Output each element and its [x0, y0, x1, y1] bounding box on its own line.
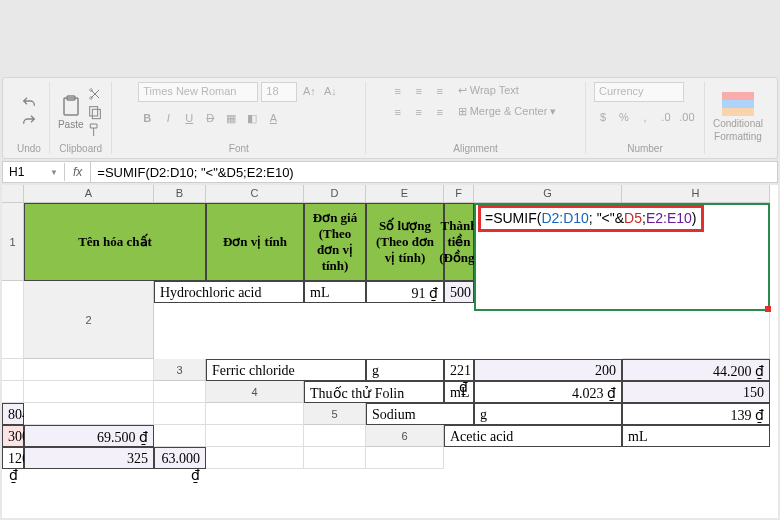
cell-name[interactable]: Acetic acid [444, 425, 622, 447]
grow-font-icon[interactable]: A↑ [300, 82, 318, 100]
chevron-down-icon[interactable]: ▼ [50, 168, 58, 177]
cell-qty[interactable]: 300 [2, 425, 24, 447]
wrap-text-button[interactable]: ↩ Wrap Text [452, 82, 525, 100]
fill-handle[interactable] [765, 306, 771, 312]
cell-unit[interactable]: mL [444, 381, 474, 403]
copy-icon[interactable] [87, 104, 103, 120]
cell[interactable] [2, 359, 24, 381]
currency-icon[interactable]: $ [594, 108, 612, 126]
cond-format-icon [722, 92, 754, 116]
align-mid-icon[interactable]: ≡ [410, 82, 428, 100]
row-header[interactable]: 3 [154, 359, 206, 381]
number-group-label: Number [627, 143, 663, 154]
italic-button[interactable]: I [159, 109, 177, 127]
paste-label: Paste [58, 119, 84, 130]
col-header[interactable]: H [622, 185, 770, 203]
cell-total[interactable]: 44.200 ₫ [622, 359, 770, 381]
row-header[interactable]: 2 [24, 281, 154, 359]
table-header: Tên hóa chất [24, 203, 206, 281]
col-header[interactable]: D [304, 185, 366, 203]
fx-icon[interactable]: fx [65, 162, 91, 182]
cell[interactable] [154, 425, 206, 447]
format-painter-icon[interactable] [87, 122, 103, 138]
strike-button[interactable]: D [201, 109, 219, 127]
bold-button[interactable]: B [138, 109, 156, 127]
cell-price[interactable]: 126 ₫ [2, 447, 24, 469]
comma-icon[interactable]: , [636, 108, 654, 126]
cell-qty[interactable]: 325 [24, 447, 154, 469]
cell-name[interactable]: Hydrochloric acid [154, 281, 304, 303]
cell-name[interactable]: Thuốc thử Folin [304, 381, 444, 403]
cell-total[interactable]: 69.500 ₫ [24, 425, 154, 447]
cell-qty[interactable]: 150 [622, 381, 770, 403]
clipboard-group-label: Clipboard [59, 143, 102, 154]
conditional-formatting-button[interactable]: Conditional Formatting [713, 92, 763, 142]
col-header[interactable]: E [366, 185, 444, 203]
cell[interactable] [24, 381, 154, 403]
cell[interactable] [366, 447, 444, 469]
col-header[interactable]: G [474, 185, 622, 203]
row-header[interactable]: 4 [206, 381, 304, 403]
cell-price[interactable]: 91 ₫ [366, 281, 444, 303]
shrink-font-icon[interactable]: A↓ [321, 82, 339, 100]
cell-price[interactable]: 4.023 ₫ [474, 381, 622, 403]
align-top-icon[interactable]: ≡ [389, 82, 407, 100]
cell[interactable] [304, 447, 366, 469]
col-header[interactable]: F [444, 185, 474, 203]
cell[interactable] [206, 425, 304, 447]
col-header[interactable]: C [206, 185, 304, 203]
cell-unit[interactable]: g [366, 359, 444, 381]
cell[interactable] [2, 281, 24, 359]
row-header[interactable]: 1 [2, 203, 24, 281]
cell[interactable] [24, 359, 154, 381]
align-bot-icon[interactable]: ≡ [431, 82, 449, 100]
align-right-icon[interactable]: ≡ [431, 103, 449, 121]
cell-unit[interactable]: g [474, 403, 622, 425]
spreadsheet[interactable]: ABCDEFGH1Tên hóa chấtĐơn vị tínhĐơn giá … [2, 185, 778, 518]
cell[interactable] [2, 381, 24, 403]
table-header: Đơn giá (Theo đơn vị tính) [304, 203, 366, 281]
align-center-icon[interactable]: ≡ [410, 103, 428, 121]
underline-button[interactable]: U [180, 109, 198, 127]
cell[interactable] [304, 425, 366, 447]
percent-icon[interactable]: % [615, 108, 633, 126]
col-header[interactable]: B [154, 185, 206, 203]
cell-unit[interactable]: mL [304, 281, 366, 303]
font-name-select[interactable]: Times New Roman [138, 82, 258, 102]
row-header[interactable]: 5 [304, 403, 366, 425]
cell-name[interactable]: Ferric chloride [206, 359, 366, 381]
col-header[interactable]: A [24, 185, 154, 203]
cut-icon[interactable] [87, 86, 103, 102]
number-format-select[interactable]: Currency [594, 82, 684, 102]
paste-icon[interactable] [59, 94, 83, 118]
row-header[interactable]: 6 [366, 425, 444, 447]
font-size-select[interactable]: 18 [261, 82, 297, 102]
cell[interactable] [154, 381, 206, 403]
merge-center-button[interactable]: ⊞ Merge & Center ▾ [452, 103, 563, 121]
cell-unit[interactable]: mL [622, 425, 770, 447]
cell[interactable] [24, 403, 154, 425]
redo-icon[interactable] [21, 113, 37, 129]
cell-price[interactable]: 139 ₫ [622, 403, 770, 425]
cell-total[interactable]: 63.000 ₫ [154, 447, 206, 469]
cell-qty[interactable]: 500 [444, 281, 474, 303]
fill-color-icon[interactable]: ◧ [243, 109, 261, 127]
col-header[interactable] [2, 185, 24, 203]
table-header: Số lượng (Theo đơn vị tính) [366, 203, 444, 281]
dec-decimal-icon[interactable]: .00 [678, 108, 696, 126]
formula-input[interactable]: =SUMIF(D2:D10; "<"&D5;E2:E10) [91, 163, 777, 182]
border-icon[interactable]: ▦ [222, 109, 240, 127]
cell-price[interactable]: 221 ₫ [444, 359, 474, 381]
cell-qty[interactable]: 200 [474, 359, 622, 381]
inc-decimal-icon[interactable]: .0 [657, 108, 675, 126]
cell-total[interactable]: 804.600 ₫ [2, 403, 24, 425]
font-color-icon[interactable]: A [264, 109, 282, 127]
cell[interactable] [154, 403, 206, 425]
cell[interactable] [206, 403, 304, 425]
align-left-icon[interactable]: ≡ [389, 103, 407, 121]
cell-name[interactable]: Sodium carbonate [366, 403, 474, 425]
undo-icon[interactable] [21, 95, 37, 111]
cell[interactable] [206, 447, 304, 469]
name-box[interactable]: H1▼ [3, 163, 65, 181]
font-group-label: Font [229, 143, 249, 154]
